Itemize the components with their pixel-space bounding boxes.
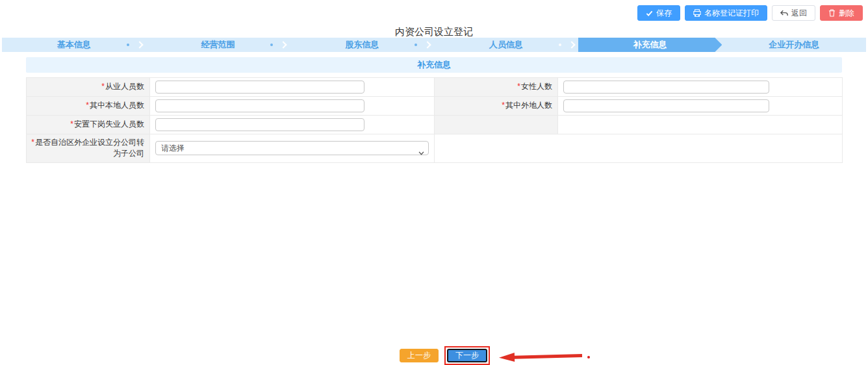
printer-icon — [693, 9, 701, 17]
delete-button[interactable]: 删除 — [820, 5, 863, 21]
section-title: 补充信息 — [417, 59, 451, 71]
step-separator — [559, 38, 577, 52]
required-marker: * — [86, 101, 89, 110]
table-row: *从业人员数 *女性人数 — [27, 78, 843, 97]
step-personnel-info[interactable]: 人员信息 — [434, 38, 578, 52]
label-female-count: *女性人数 — [435, 78, 558, 97]
step-label: 企业开办信息 — [769, 39, 819, 51]
empty-field-cell — [558, 116, 843, 134]
employee-count-input[interactable] — [155, 81, 364, 94]
footer-nav: 上一步 下一步 — [0, 346, 868, 365]
table-row: *安置下岗失业人员数 — [27, 116, 843, 134]
nonlocal-count-input[interactable] — [563, 99, 769, 112]
label-local-count: *其中本地人员数 — [27, 97, 150, 116]
prev-step-button[interactable]: 上一步 — [400, 349, 439, 362]
section-header: 补充信息 — [26, 57, 842, 73]
annotation-red-box: 下一步 — [444, 346, 490, 365]
print-button-label: 名称登记证打印 — [704, 8, 759, 19]
branch-to-subsidiary-select[interactable]: 请选择 — [155, 141, 429, 155]
trash-icon — [828, 9, 836, 17]
top-toolbar: 保存 名称登记证打印 返回 删除 — [637, 5, 863, 21]
step-label: 基本信息 — [57, 39, 91, 51]
back-button-label: 返回 — [791, 8, 807, 19]
required-marker: * — [502, 101, 505, 110]
step-separator — [127, 38, 145, 52]
female-count-input[interactable] — [563, 81, 769, 94]
step-label: 经营范围 — [201, 39, 235, 51]
annotation-arrow-icon — [499, 350, 585, 365]
label-nonlocal-count: *其中外地人数 — [435, 97, 558, 116]
save-button-label: 保存 — [656, 8, 672, 19]
empty-label-cell — [435, 116, 558, 134]
back-button[interactable]: 返回 — [772, 5, 815, 21]
label-laidoff-count: *安置下岗失业人员数 — [27, 116, 150, 134]
check-icon — [646, 10, 653, 17]
table-row: *其中本地人员数 *其中外地人数 — [27, 97, 843, 116]
step-label: 股东信息 — [345, 39, 379, 51]
next-step-button[interactable]: 下一步 — [447, 349, 487, 362]
required-marker: * — [31, 138, 34, 147]
label-employee-count: *从业人员数 — [27, 78, 150, 97]
step-supplementary-info-active[interactable]: 补充信息 — [578, 38, 722, 52]
required-marker: * — [517, 82, 520, 91]
annotation-dot — [587, 356, 590, 359]
required-marker: * — [70, 120, 73, 129]
step-wizard: 基本信息 经营范围 股东信息 人员信息 补充信息 企业开办信息 — [2, 38, 866, 52]
step-label: 补充信息 — [633, 39, 667, 51]
step-label: 人员信息 — [489, 39, 523, 51]
local-count-input[interactable] — [155, 99, 364, 112]
delete-button-label: 删除 — [839, 8, 854, 19]
page-title: 内资公司设立登记 — [0, 26, 868, 38]
step-separator — [270, 38, 288, 52]
step-business-scope[interactable]: 经营范围 — [146, 38, 290, 52]
save-button[interactable]: 保存 — [637, 5, 680, 21]
branch-to-subsidiary-select-wrap: 请选择 — [155, 144, 429, 153]
required-marker: * — [101, 82, 105, 91]
print-name-cert-button[interactable]: 名称登记证打印 — [685, 5, 767, 21]
supplementary-info-form: *从业人员数 *女性人数 *其中本地人员数 *其中外地人数 *安置下岗失业人员数… — [26, 77, 843, 163]
step-enterprise-opening-info[interactable]: 企业开办信息 — [722, 38, 866, 52]
table-row: *是否自治区外企业设立分公司转为子公司 请选择 — [27, 134, 843, 163]
label-branch-to-subsidiary: *是否自治区外企业设立分公司转为子公司 — [27, 134, 150, 163]
blank-cell — [435, 134, 843, 163]
laidoff-count-input[interactable] — [155, 118, 364, 131]
step-shareholder-info[interactable]: 股东信息 — [290, 38, 434, 52]
step-basic-info[interactable]: 基本信息 — [2, 38, 146, 52]
step-separator — [415, 38, 433, 52]
return-arrow-icon — [780, 10, 788, 17]
